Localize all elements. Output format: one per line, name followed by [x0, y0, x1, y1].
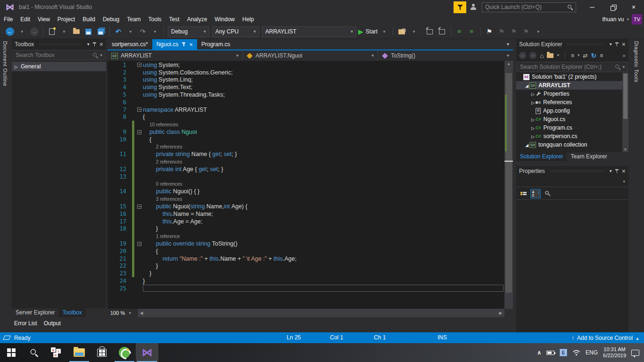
explorer-tab-team-explorer[interactable]: Team Explorer	[567, 152, 611, 161]
search-options-caret-icon[interactable]	[622, 65, 625, 69]
new-project-button[interactable]	[46, 26, 58, 37]
code-line[interactable]: 24}	[107, 277, 504, 285]
codelens-references[interactable]: 2 references	[156, 144, 182, 149]
battery-icon[interactable]	[546, 351, 554, 355]
code-editor[interactable]: 1using System;2using System.Collections.…	[107, 61, 513, 309]
collapsed-arrow-icon[interactable]	[530, 125, 536, 131]
code-reference-line[interactable]: 2 references	[107, 158, 504, 165]
collapse-region-icon[interactable]	[137, 63, 141, 67]
undo-caret-icon[interactable]	[125, 26, 136, 37]
code-text[interactable]: }	[143, 225, 504, 233]
code-text[interactable]: private string Name { get; set; }	[143, 151, 504, 158]
collapse-region-icon[interactable]	[137, 107, 141, 112]
redo-button[interactable]	[137, 26, 149, 37]
start-options-caret-icon[interactable]	[379, 26, 390, 37]
toolbox-search-box[interactable]	[12, 50, 106, 60]
code-line[interactable]: 20 {	[107, 247, 504, 255]
menu-build[interactable]: Build	[79, 15, 99, 24]
menu-project[interactable]: Project	[54, 15, 79, 24]
user-avatar[interactable]: TV	[632, 14, 642, 25]
file-explorer-button[interactable]	[68, 343, 91, 362]
code-line[interactable]: 18 }	[107, 225, 504, 233]
window-position-caret-icon[interactable]	[87, 42, 90, 47]
send-feedback-icon[interactable]	[470, 4, 477, 10]
wifi-icon[interactable]	[572, 350, 580, 356]
tree-item-program-cs[interactable]: C#Program.cs	[516, 123, 628, 132]
panel-tab-error-list[interactable]: Error List	[14, 320, 37, 327]
collapsed-arrow-icon[interactable]	[530, 133, 536, 139]
window-position-caret-icon[interactable]	[610, 169, 612, 173]
solution-explorer-search-box[interactable]	[517, 62, 628, 72]
tree-item-sortperson-cs[interactable]: C#sortperson.cs	[516, 132, 628, 140]
tree-item-properties[interactable]: Properties	[516, 90, 628, 98]
editor-tab-nguoics[interactable]: Nguoi.cs	[152, 39, 197, 49]
code-line[interactable]: 25	[107, 285, 504, 292]
scrollbar-thumb[interactable]	[623, 74, 627, 119]
taskbar-search-button[interactable]	[23, 343, 45, 362]
categorized-button[interactable]	[518, 189, 528, 198]
codelens-references[interactable]: 10 references	[149, 122, 178, 127]
startup-projects-dropdown[interactable]: ARRAYLIST	[262, 26, 356, 37]
coccoc-browser-button[interactable]	[113, 343, 136, 362]
code-line[interactable]: 9 public class Nguoi	[107, 128, 504, 136]
code-line[interactable]: 7namespace ARRAYLIST	[107, 106, 504, 114]
visual-studio-taskbar-button[interactable]	[136, 343, 158, 362]
collapsed-arrow-icon[interactable]	[530, 116, 536, 122]
code-text[interactable]: {	[143, 136, 504, 143]
code-text[interactable]: {	[143, 247, 504, 255]
close-tab-icon[interactable]	[189, 41, 193, 48]
editor-vertical-scrollbar[interactable]	[504, 61, 513, 309]
switch-views-button[interactable]	[547, 53, 553, 58]
close-button[interactable]	[623, 0, 644, 14]
code-text[interactable]: private int Age { get; set; }	[143, 165, 504, 173]
toolwindow-tab-server-explorer[interactable]: Server Explorer	[12, 308, 58, 317]
menu-analyze[interactable]: Analyze	[183, 15, 211, 24]
start-button[interactable]	[0, 343, 23, 362]
fold-margin[interactable]	[136, 63, 143, 67]
code-line[interactable]: 8{	[107, 114, 504, 121]
pin-icon[interactable]	[615, 42, 619, 47]
expanded-arrow-icon[interactable]	[524, 82, 529, 88]
microsoft-store-button[interactable]	[91, 343, 113, 362]
quick-launch-box[interactable]	[482, 2, 576, 12]
code-line[interactable]: 22 }	[107, 263, 504, 270]
add-to-source-control-button[interactable]: Add to Source Control	[571, 332, 639, 343]
back-button[interactable]	[519, 52, 526, 59]
code-line[interactable]: 19 public override string ToString()	[107, 240, 504, 247]
navigate-forward-in-files-button[interactable]	[437, 26, 448, 37]
code-text[interactable]: this.Age = Age;	[143, 218, 504, 225]
code-line[interactable]: 14 public Nguoi() { }	[107, 188, 504, 196]
code-text[interactable]: public Nguoi() { }	[143, 188, 504, 196]
code-line[interactable]: 16 this.Name = Name;	[107, 210, 504, 218]
scroll-right-arrow-icon[interactable]	[497, 311, 504, 315]
close-icon[interactable]	[99, 41, 103, 48]
code-text[interactable]: }	[143, 270, 504, 277]
explorer-tab-solution-explorer[interactable]: Solution Explorer	[516, 152, 567, 161]
user-menu-caret-icon[interactable]	[627, 17, 629, 22]
code-text[interactable]: using System.Threading.Tasks;	[143, 91, 504, 99]
minimize-button[interactable]	[582, 0, 603, 14]
navigate-backward-button[interactable]	[4, 26, 16, 37]
menu-team[interactable]: Team	[123, 15, 144, 24]
scroll-left-arrow-icon[interactable]	[138, 311, 145, 315]
collapse-region-icon[interactable]	[137, 130, 141, 134]
code-reference-line[interactable]: 10 references	[107, 121, 504, 128]
code-reference-line[interactable]: 0 references	[107, 181, 504, 188]
panel-drag-area[interactable]	[550, 170, 605, 173]
show-hidden-icons-chevron[interactable]	[537, 350, 541, 355]
start-debugging-button[interactable]: Start	[358, 26, 378, 37]
editor-tab-programcs[interactable]: Program.cs	[197, 39, 234, 49]
toggle-bookmark-button[interactable]	[484, 26, 495, 37]
notifications-filter-button[interactable]	[454, 1, 466, 13]
tree-item-tongquan-collection[interactable]: C#tongquan collection	[516, 140, 628, 149]
codelens-references[interactable]: 2 references	[156, 159, 182, 165]
switch-views-caret-icon[interactable]	[557, 53, 559, 58]
unikey-english-mode-icon[interactable]: E	[560, 349, 567, 356]
code-text[interactable]: 2 references	[143, 143, 504, 151]
toolbar-overflow-button[interactable]	[622, 53, 626, 58]
restore-button[interactable]	[603, 0, 623, 14]
scroll-down-arrow-icon[interactable]	[622, 146, 628, 152]
tree-item-references[interactable]: References	[516, 98, 628, 107]
navigate-forward-button[interactable]	[29, 26, 40, 37]
code-line[interactable]: 11 private string Name { get; set; }	[107, 151, 504, 158]
